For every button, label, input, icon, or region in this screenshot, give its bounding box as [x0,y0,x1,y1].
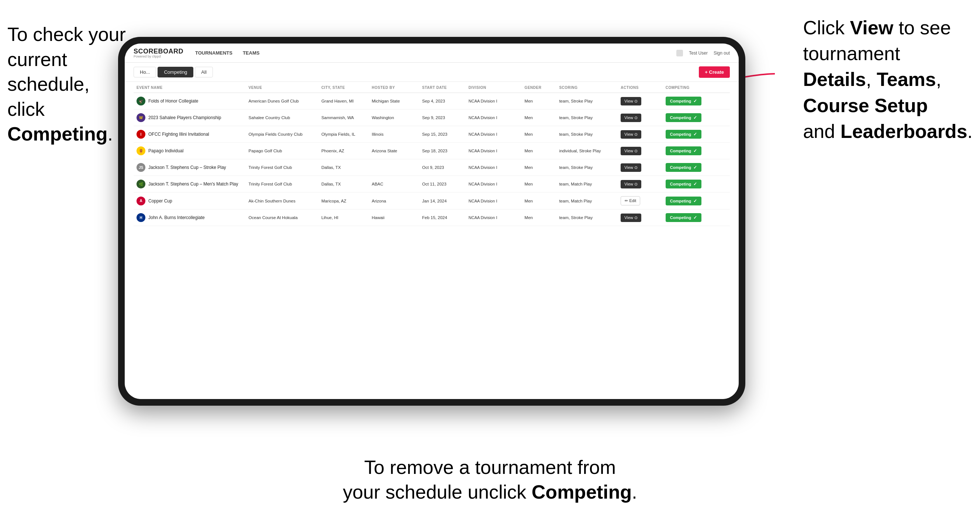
competing-button[interactable]: Competing ✓ [666,113,702,122]
cell-competing: Competing ✓ [663,176,730,192]
edit-button[interactable]: ✏ Edit [620,196,640,205]
user-icon [676,50,683,56]
cell-start-date: Feb 15, 2024 [419,210,466,226]
cell-gender: Men [522,210,557,226]
cell-hosted [369,159,419,176]
cell-division: NCAA Division I [466,192,522,210]
cell-scoring: team, Match Play [556,192,618,210]
cell-start-date: Sep 9, 2023 [419,110,466,126]
annotation-top-right: Click View to see tournament Details, Te… [803,15,973,144]
event-name: Folds of Honor Collegiate [148,98,198,104]
team-logo: 🏺 [137,146,145,155]
cell-gender: Men [522,110,557,126]
cell-event: W 2023 Sahalee Players Championship [134,110,246,126]
cell-gender: Men [522,143,557,159]
team-logo: H [137,213,145,222]
cell-start-date: Jan 14, 2024 [419,192,466,210]
cell-start-date: Sep 18, 2023 [419,143,466,159]
cell-competing: Competing ✓ [663,126,730,143]
cell-hosted: ABAC [369,176,419,192]
view-button[interactable]: View ⊙ [620,214,641,222]
cell-division: NCAA Division I [466,159,522,176]
brand-title: SCOREBOARD [134,48,183,55]
cell-division: NCAA Division I [466,126,522,143]
navbar-left: SCOREBOARD Powered by clippd TOURNAMENTS… [134,48,259,58]
cell-scoring: team, Stroke Play [556,159,618,176]
team-logo: 🦅 [137,97,145,105]
tab-competing[interactable]: Competing [158,67,193,78]
cell-competing: Competing ✓ [663,110,730,126]
cell-venue: Olympia Fields Country Club [246,126,318,143]
sign-out-link[interactable]: Sign out [714,51,730,56]
tournaments-table: EVENT NAME VENUE CITY, STATE HOSTED BY S… [134,82,730,226]
team-logo: I [137,130,145,139]
competing-button[interactable]: Competing ✓ [666,163,702,172]
cell-competing: Competing ✓ [663,210,730,226]
view-button[interactable]: View ⊙ [620,114,641,122]
create-button[interactable]: + Create [699,67,730,78]
navbar-right: Test User Sign out [676,50,730,56]
scoreboard-brand: SCOREBOARD Powered by clippd [134,48,183,58]
col-header-event: EVENT NAME [134,82,246,93]
col-header-gender: GENDER [522,82,557,93]
cell-scoring: individual, Stroke Play [556,143,618,159]
competing-button[interactable]: Competing ✓ [666,213,702,222]
team-logo: A [137,197,145,205]
cell-hosted: Washington [369,110,419,126]
table-row: 🌿 Jackson T. Stephens Cup – Men's Match … [134,176,730,192]
event-name: John A. Burns Intercollegiate [148,215,205,220]
user-text: Test User [689,51,708,56]
tab-all[interactable]: All [195,67,213,78]
table-header-row: EVENT NAME VENUE CITY, STATE HOSTED BY S… [134,82,730,93]
annotation-bottom: To remove a tournament from your schedul… [343,455,637,505]
view-button[interactable]: View ⊙ [620,130,641,139]
col-header-actions: ACTIONS [618,82,662,93]
tab-home[interactable]: Ho... [134,67,156,78]
event-name: 2023 Sahalee Players Championship [148,115,221,120]
cell-actions: View ⊙ [618,143,662,159]
cell-venue: Ak-Chin Southern Dunes [246,192,318,210]
cell-venue: Trinity Forest Golf Club [246,176,318,192]
cell-division: NCAA Division I [466,176,522,192]
col-header-city: CITY, STATE [318,82,369,93]
cell-event: H John A. Burns Intercollegiate [134,210,246,226]
competing-button[interactable]: Competing ✓ [666,130,702,139]
table-row: 🏺 Papago Individual Papago Golf Club Pho… [134,143,730,159]
cell-gender: Men [522,126,557,143]
cell-actions: ✏ Edit [618,192,662,210]
cell-actions: View ⊙ [618,93,662,110]
cell-actions: View ⊙ [618,159,662,176]
cell-hosted: Illinois [369,126,419,143]
team-logo: 🌿 [137,179,145,189]
table-row: A Copper Cup Ak-Chin Southern Dunes Mari… [134,192,730,210]
cell-city: Grand Haven, MI [318,93,369,110]
tablet-screen: SCOREBOARD Powered by clippd TOURNAMENTS… [125,43,739,399]
competing-button[interactable]: Competing ✓ [666,197,702,205]
view-button[interactable]: View ⊙ [620,180,641,189]
cell-competing: Competing ✓ [663,143,730,159]
cell-scoring: team, Match Play [556,176,618,192]
competing-button[interactable]: Competing ✓ [666,179,702,189]
cell-start-date: Oct 11, 2023 [419,176,466,192]
view-button[interactable]: View ⊙ [620,163,641,172]
cell-competing: Competing ✓ [663,159,730,176]
cell-event: 🏺 Papago Individual [134,143,246,159]
cell-city: Phoenix, AZ [318,143,369,159]
tablet: SCOREBOARD Powered by clippd TOURNAMENTS… [118,37,745,406]
table-row: I OFCC Fighting Illini Invitational Olym… [134,126,730,143]
competing-button[interactable]: Competing ✓ [666,146,702,155]
cell-scoring: team, Stroke Play [556,126,618,143]
nav-tournaments[interactable]: TOURNAMENTS [195,49,232,57]
competing-button[interactable]: Competing ✓ [666,97,702,105]
table-row: JS Jackson T. Stephens Cup – Stroke Play… [134,159,730,176]
cell-city: Olympia Fields, IL [318,126,369,143]
cell-gender: Men [522,159,557,176]
cell-event: JS Jackson T. Stephens Cup – Stroke Play [134,159,246,176]
nav-teams[interactable]: TEAMS [243,49,260,57]
cell-actions: View ⊙ [618,210,662,226]
view-button[interactable]: View ⊙ [620,97,641,105]
cell-hosted: Hawaii [369,210,419,226]
cell-city: Dallas, TX [318,176,369,192]
navbar: SCOREBOARD Powered by clippd TOURNAMENTS… [125,43,739,63]
view-button[interactable]: View ⊙ [620,147,641,155]
